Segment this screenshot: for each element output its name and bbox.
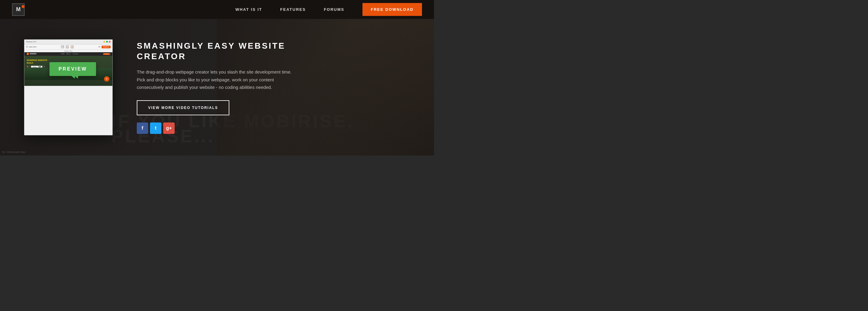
app-screenshot: Mobirise 2.8.7 ☰ index.html (24, 39, 113, 135)
mini-site-nav: M MOBIRISE HOME ABOUT CONTACT PUBLISH (24, 52, 113, 56)
nav-link-features[interactable]: FEATURES (280, 7, 306, 12)
desktop-view-button[interactable] (61, 45, 64, 48)
mini-font-select[interactable]: Roboto (31, 66, 42, 68)
window-toolbar: ☰ index.html 👁 Publish (24, 44, 113, 50)
publish-button[interactable]: Publish (101, 46, 111, 48)
svg-rect-2 (67, 46, 68, 48)
logo-icon: M (12, 3, 25, 16)
main-title-line1: SMASHINGLY EASY WEBSITE (137, 41, 285, 50)
window-title: Mobirise 2.8.7 (26, 41, 37, 43)
main-description: The drag-and-drop webpage creator lets y… (137, 68, 299, 91)
mini-title-line1: MOBIRISE WEBSITE (27, 59, 110, 62)
free-download-button[interactable]: FREE DOWNLOAD (363, 3, 422, 16)
toolbar-right: 👁 Publish (98, 46, 111, 48)
preview-overlay: PREVIEW (50, 62, 96, 76)
mini-publish-btn[interactable]: PUBLISH (103, 53, 110, 55)
maximize-button[interactable] (106, 41, 108, 43)
nav-link-what-is-it[interactable]: WHAT IS IT (235, 7, 262, 12)
close-button[interactable] (109, 41, 111, 43)
google-icon: g+ (166, 126, 172, 131)
preview-button[interactable]: PREVIEW (50, 62, 96, 76)
toolbar-left: ☰ index.html (26, 46, 36, 48)
mini-brand: MOBIRISE (30, 53, 36, 55)
main-title: SMASHINGLY EASY WEBSITE CREATOR (137, 40, 422, 62)
preview-area: M MOBIRISE HOME ABOUT CONTACT PUBLISH MO… (24, 52, 113, 86)
logo-letter: M (16, 6, 21, 12)
logo[interactable]: M (12, 3, 25, 16)
mini-logo: M MOBIRISE (27, 53, 36, 55)
mini-nav-links: HOME ABOUT CONTACT (61, 54, 79, 55)
window-titlebar: Mobirise 2.8.7 (24, 40, 113, 44)
mini-nav-contact: CONTACT (73, 54, 79, 55)
mini-logo-icon: M (27, 53, 29, 55)
mobile-view-label: Mobile View (24, 50, 113, 52)
nav-links: WHAT IS IT FEATURES FORUMS FREE DOWNLOAD (235, 3, 422, 16)
mini-edit-color-btn[interactable] (27, 66, 28, 67)
svg-rect-0 (62, 46, 63, 47)
mini-nav-about: ABOUT (66, 54, 71, 55)
minimize-button[interactable] (103, 41, 105, 43)
nav-link-forums[interactable]: FORUMS (324, 7, 344, 12)
window-controls (103, 41, 111, 43)
video-tutorials-button[interactable]: VIEW MORE VIDEO TUTORIALS (137, 100, 229, 115)
eye-icon[interactable]: 👁 (98, 46, 100, 48)
svg-rect-3 (71, 46, 73, 48)
main-content: Mobirise 2.8.7 ☰ index.html (0, 19, 434, 156)
add-block-button[interactable]: + (104, 76, 110, 82)
social-buttons: f t g+ (137, 123, 422, 134)
mobile-view-button[interactable] (71, 45, 74, 48)
right-content: SMASHINGLY EASY WEBSITE CREATOR The drag… (131, 40, 422, 134)
mini-edit-gear-btn[interactable] (29, 66, 30, 67)
tablet-view-button[interactable] (66, 45, 69, 48)
twitter-button[interactable]: t (150, 123, 161, 134)
hamburger-icon[interactable]: ☰ (26, 46, 28, 48)
mini-font-size: 21 (43, 66, 45, 67)
mini-nav-home: HOME (61, 54, 65, 55)
facebook-icon: f (142, 126, 143, 131)
main-title-line2: CREATOR (137, 51, 186, 61)
facebook-button[interactable]: f (137, 123, 148, 134)
google-button[interactable]: g+ (163, 123, 175, 134)
twitter-icon: t (155, 126, 156, 131)
navigation: M WHAT IS IT FEATURES FORUMS FREE DOWNLO… (0, 0, 434, 19)
file-name: index.html (29, 46, 36, 48)
toolbar-center (61, 45, 74, 48)
